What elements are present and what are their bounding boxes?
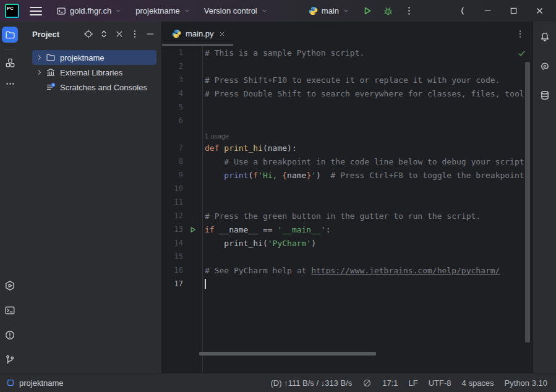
code-text: print(f'Hi, {name}') # Press Ctrl+F8 to … [202, 171, 524, 180]
locate-file-button[interactable] [83, 29, 93, 39]
code-line-5: 5 [162, 100, 532, 114]
statusbar-network-traffic[interactable]: (D) ↑111 B/s / ↓313 B/s [271, 378, 353, 388]
code-line-2: 2 [162, 59, 532, 73]
statusbar-interpreter[interactable]: Python 3.10 [505, 378, 547, 388]
right-toolwindow-bar [532, 22, 556, 373]
database-icon [539, 90, 550, 101]
inspections-ok-icon[interactable] [517, 49, 526, 58]
line-number: 5 [162, 103, 183, 111]
remote-terminal-icon [56, 6, 66, 16]
run-line-gutter[interactable] [183, 223, 202, 236]
menu-remote-host[interactable]: gold.fhgr.ch [51, 3, 127, 19]
status-bar: projektname (D) ↑111 B/s / ↓313 B/s17:1L… [0, 373, 556, 392]
project-panel-header: Project [20, 22, 161, 46]
toolwindow-terminal-button[interactable] [2, 302, 18, 318]
line-number: 2 [162, 62, 183, 70]
main-menu-icon[interactable] [30, 7, 42, 15]
line-number: 17 [162, 279, 183, 288]
version-control-tool-icon [4, 354, 15, 365]
close-tab-icon[interactable] [218, 30, 226, 38]
python-logo-icon [309, 6, 318, 15]
titlebar-menus: gold.fhgr.chprojektnameVersion control [51, 3, 273, 19]
chevron-down-icon [184, 7, 190, 14]
statusbar-indent[interactable]: 4 spaces [462, 378, 494, 388]
hide-panel-button[interactable] [145, 29, 155, 39]
chevron-right-icon[interactable] [35, 67, 45, 77]
toolwindow-notifications-button[interactable] [537, 29, 553, 45]
collapse-all-button[interactable] [114, 29, 124, 39]
python-file-icon [172, 29, 181, 38]
chevron-spacer [35, 82, 45, 92]
tree-item-label: External Libraries [60, 68, 122, 77]
line-number: 10 [162, 184, 183, 193]
gutter-spacer [183, 100, 202, 114]
code-text: if __name__ == '__main__': [202, 225, 331, 234]
gutter-spacer [183, 209, 202, 223]
toolwindow-ai-assistant-button[interactable] [537, 58, 553, 74]
toolwindow-version-control-tool-button[interactable] [2, 352, 18, 368]
code-line-17: 17 [162, 277, 532, 291]
statusbar-line-separator[interactable]: LF [409, 378, 418, 388]
vertical-scrollbar[interactable] [525, 62, 530, 343]
chevron-right-icon[interactable] [35, 53, 45, 62]
gutter-spacer [183, 155, 202, 168]
line-number: 12 [162, 211, 183, 220]
window-minimize-button[interactable] [477, 2, 498, 20]
crescent-icon [457, 6, 466, 15]
run-configuration-selector[interactable]: main [304, 4, 354, 18]
tree-item-projektname[interactable]: projektname [32, 50, 156, 65]
debug-icon [383, 6, 393, 16]
gutter-spacer [183, 87, 202, 100]
code-line-15: 15 [162, 250, 532, 263]
editor-options-icon[interactable] [515, 29, 525, 39]
structure-icon [5, 58, 15, 68]
pycharm-window: PC gold.fhgr.chprojektnameVersion contro… [0, 0, 556, 392]
run-gutter-icon[interactable] [189, 226, 197, 234]
title-bar: PC gold.fhgr.chprojektnameVersion contro… [0, 0, 556, 22]
code-text: # Use a breakpoint in the code line belo… [202, 157, 524, 166]
toolwindow-problems-button[interactable] [2, 327, 18, 343]
window-crescent-button[interactable] [451, 2, 472, 20]
statusbar-project-widget[interactable]: projektname [6, 378, 64, 388]
toolwindow-database-button[interactable] [537, 87, 553, 103]
tab-main-py[interactable]: main.py [162, 22, 233, 46]
project-panel-title: Project [32, 30, 59, 39]
code-line-8: 8 # Use a breakpoint in the code line be… [162, 155, 532, 168]
window-close-button[interactable] [529, 2, 550, 20]
maximize-icon [509, 6, 518, 15]
toolwindow-structure-button[interactable] [2, 54, 18, 70]
debug-button[interactable] [379, 3, 396, 19]
usages-inlay-hint[interactable]: 1 usage [162, 127, 532, 141]
expand-button[interactable] [99, 29, 109, 39]
project-badge-icon [6, 378, 15, 387]
toolwindow-services-button[interactable] [2, 278, 18, 294]
options-button[interactable] [130, 29, 140, 39]
gutter-spacer [183, 182, 202, 195]
toolwindow-more-tool-windows-button[interactable] [2, 75, 18, 92]
run-button[interactable] [358, 3, 375, 19]
code-text: # See PyCharm help at https://www.jetbra… [202, 266, 500, 275]
menu-project-selector[interactable]: projektname [130, 3, 196, 19]
tree-item-scratches-and-consoles[interactable]: Scratches and Consoles [32, 80, 156, 95]
gutter-spacer [183, 195, 202, 209]
more-actions-button[interactable] [400, 3, 417, 19]
close-icon [535, 6, 544, 15]
toolwindow-project-button[interactable] [2, 27, 18, 43]
window-maximize-button[interactable] [503, 2, 524, 20]
tree-item-external-libraries[interactable]: External Libraries [32, 65, 156, 80]
statusbar-caret-position[interactable]: 17:1 [382, 378, 398, 388]
horizontal-scrollbar[interactable] [199, 352, 376, 356]
tab-label: main.py [186, 29, 214, 38]
editor-tab-bar: main.py [162, 22, 532, 46]
code-text: # Press Double Shift to search everywher… [202, 89, 524, 98]
tree-item-label: projektname [60, 53, 105, 62]
code-editor[interactable]: 1# This is a sample Python script.23# Pr… [162, 46, 532, 373]
library-icon [46, 67, 56, 77]
statusbar-highlighting-level[interactable] [362, 378, 372, 388]
statusbar-widgets: (D) ↑111 B/s / ↓313 B/s17:1LFUTF-84 spac… [271, 378, 548, 388]
code-line-7: 7def print_hi(name): [162, 141, 532, 155]
statusbar-encoding[interactable]: UTF-8 [429, 378, 451, 388]
menu-version-control[interactable]: Version control [199, 3, 273, 19]
strip-divider [4, 49, 16, 49]
gutter-spacer [183, 73, 202, 87]
